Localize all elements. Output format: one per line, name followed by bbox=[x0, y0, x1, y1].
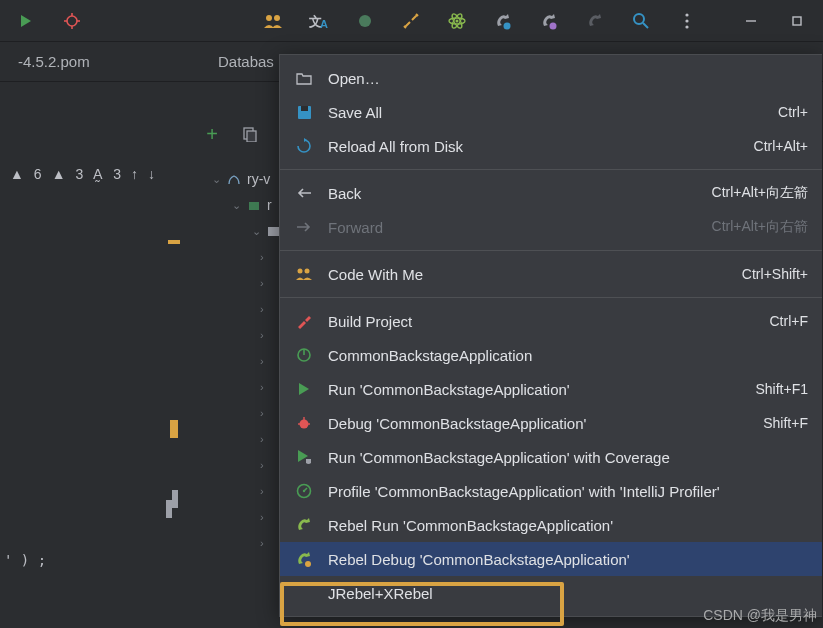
bug-icon bbox=[294, 413, 314, 433]
menu-code-with-me[interactable]: Code With Me Ctrl+Shift+ bbox=[280, 257, 822, 291]
tree-expand-icon[interactable]: › bbox=[260, 322, 281, 348]
tree-expand-icon[interactable]: › bbox=[260, 504, 281, 530]
menu-profile[interactable]: Profile 'CommonBackstageApplication' wit… bbox=[280, 474, 822, 508]
menu-rebel-run[interactable]: Rebel Run 'CommonBackstageApplication' bbox=[280, 508, 822, 542]
watermark-text: CSDN @我是男神 bbox=[703, 607, 817, 625]
play-icon bbox=[294, 379, 314, 399]
tab-label: -4.5.2.pom bbox=[18, 53, 90, 70]
svg-point-9 bbox=[359, 15, 371, 27]
editor-code-fragment: ' ) ; bbox=[4, 552, 46, 568]
tree-expand-icon[interactable]: › bbox=[260, 530, 281, 556]
tree-expand-icon[interactable]: › bbox=[260, 296, 281, 322]
svg-point-33 bbox=[305, 269, 310, 274]
menu-separator bbox=[280, 169, 822, 170]
shortcut-text: Ctrl+Alt+ bbox=[754, 138, 808, 154]
minimize-icon[interactable] bbox=[739, 9, 763, 33]
error-icon[interactable]: ▲ bbox=[10, 166, 24, 182]
svg-point-19 bbox=[685, 19, 688, 22]
atom-icon[interactable] bbox=[445, 9, 469, 33]
main-toolbar: 文A bbox=[0, 0, 823, 42]
error-count: 6 bbox=[34, 166, 42, 182]
svg-rect-28 bbox=[249, 202, 259, 210]
menu-coverage[interactable]: Run 'CommonBackstageApplication' with Co… bbox=[280, 440, 822, 474]
tools-icon[interactable] bbox=[399, 9, 423, 33]
gutter-change-mark[interactable] bbox=[170, 420, 178, 438]
save-icon bbox=[294, 102, 314, 122]
tree-expand-icon[interactable]: › bbox=[260, 426, 281, 452]
tree-expand-icon[interactable]: › bbox=[260, 244, 281, 270]
svg-line-17 bbox=[643, 23, 648, 28]
svg-rect-22 bbox=[793, 17, 801, 25]
gutter-change-mark[interactable] bbox=[166, 500, 172, 518]
tree-expand-icon[interactable]: › bbox=[260, 374, 281, 400]
inspection-bar: ▲6 ▲3 A̰3 ↑ ↓ bbox=[10, 166, 155, 182]
menu-build[interactable]: Build Project Ctrl+F bbox=[280, 304, 822, 338]
menu-run[interactable]: Run 'CommonBackstageApplication' Shift+F… bbox=[280, 372, 822, 406]
menu-debug[interactable]: Debug 'CommonBackstageApplication' Shift… bbox=[280, 406, 822, 440]
nav-up-icon[interactable]: ↑ bbox=[131, 166, 138, 182]
shortcut-text: Ctrl+F bbox=[770, 313, 809, 329]
translate-icon[interactable]: 文A bbox=[307, 9, 331, 33]
jrebel-debug-icon[interactable] bbox=[537, 9, 561, 33]
svg-point-20 bbox=[685, 25, 688, 28]
record-icon[interactable] bbox=[353, 9, 377, 33]
menu-open[interactable]: Open… bbox=[280, 61, 822, 95]
svg-point-18 bbox=[685, 13, 688, 16]
tree-expand-icon[interactable]: › bbox=[260, 270, 281, 296]
debug-icon[interactable] bbox=[60, 9, 84, 33]
search-icon[interactable] bbox=[629, 9, 653, 33]
menu-separator bbox=[280, 250, 822, 251]
tree-expand-icon[interactable]: › bbox=[260, 478, 281, 504]
jrebel-disabled-icon bbox=[583, 9, 607, 33]
tree-expand-icon[interactable]: › bbox=[260, 400, 281, 426]
svg-point-14 bbox=[504, 22, 511, 29]
svg-point-0 bbox=[67, 16, 77, 26]
shortcut-text: Ctrl+ bbox=[778, 104, 808, 120]
tree-node[interactable]: ⌄r bbox=[232, 192, 281, 218]
reload-icon bbox=[294, 136, 314, 156]
warning-icon[interactable]: ▲ bbox=[52, 166, 66, 182]
run-icon[interactable] bbox=[14, 9, 38, 33]
menu-reload[interactable]: Reload All from Disk Ctrl+Alt+ bbox=[280, 129, 822, 163]
rocket-run-icon bbox=[294, 515, 314, 535]
people-icon bbox=[294, 264, 314, 284]
gutter-change-mark[interactable] bbox=[172, 490, 178, 508]
file-tab[interactable]: -4.5.2.pom bbox=[8, 42, 100, 81]
more-icon[interactable] bbox=[675, 9, 699, 33]
jrebel-run-icon[interactable] bbox=[491, 9, 515, 33]
typo-icon[interactable]: A̰ bbox=[93, 166, 103, 182]
hammer-icon bbox=[294, 311, 314, 331]
gutter-warning-mark[interactable] bbox=[168, 240, 180, 244]
shortcut-text: Ctrl+Alt+向左箭 bbox=[712, 184, 808, 202]
annotation-highlight bbox=[280, 582, 564, 626]
svg-point-43 bbox=[305, 561, 311, 567]
nav-down-icon[interactable]: ↓ bbox=[148, 166, 155, 182]
shortcut-text: Shift+F bbox=[763, 415, 808, 431]
warning-count: 3 bbox=[76, 166, 84, 182]
svg-text:A: A bbox=[320, 18, 328, 29]
shortcut-text: Ctrl+Alt+向右箭 bbox=[712, 218, 808, 236]
project-tree: ⌄ry-v ⌄r ⌄ › › › › › › › › › › › › bbox=[212, 166, 281, 556]
menu-stop-app[interactable]: CommonBackstageApplication bbox=[280, 338, 822, 372]
menu-rebel-debug[interactable]: Rebel Debug 'CommonBackstageApplication' bbox=[280, 542, 822, 576]
play-shield-icon bbox=[294, 447, 314, 467]
menu-separator bbox=[280, 297, 822, 298]
add-icon[interactable]: + bbox=[200, 122, 224, 146]
power-icon bbox=[294, 345, 314, 365]
menu-save-all[interactable]: Save All Ctrl+ bbox=[280, 95, 822, 129]
svg-point-15 bbox=[550, 22, 557, 29]
tree-node[interactable]: ⌄ry-v bbox=[212, 166, 281, 192]
db-toolbar: + bbox=[200, 122, 262, 146]
context-menu: Open… Save All Ctrl+ Reload All from Dis… bbox=[279, 54, 822, 617]
tree-expand-icon[interactable]: › bbox=[260, 452, 281, 478]
svg-rect-31 bbox=[301, 106, 308, 111]
shortcut-text: Ctrl+Shift+ bbox=[742, 266, 808, 282]
tree-node[interactable]: ⌄ bbox=[252, 218, 281, 244]
svg-point-32 bbox=[298, 269, 303, 274]
tree-expand-icon[interactable]: › bbox=[260, 348, 281, 374]
copy-icon[interactable] bbox=[238, 122, 262, 146]
menu-back[interactable]: Back Ctrl+Alt+向左箭 bbox=[280, 176, 822, 210]
svg-point-42 bbox=[303, 490, 305, 492]
svg-point-16 bbox=[634, 14, 644, 24]
restore-icon[interactable] bbox=[785, 9, 809, 33]
